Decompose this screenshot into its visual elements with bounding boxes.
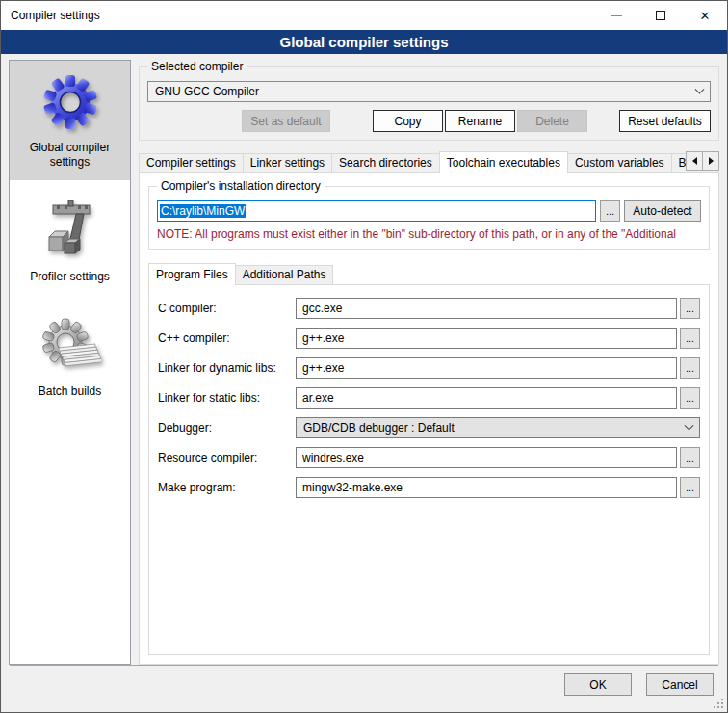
rename-button[interactable]: Rename: [445, 110, 515, 132]
field-row-debugger: Debugger: GDB/CDB debugger : Default: [158, 417, 700, 438]
selected-compiler-value: GNU GCC Compiler: [155, 85, 259, 98]
field-label: Debugger:: [158, 421, 296, 435]
installation-directory-browse-button[interactable]: ...: [600, 200, 620, 222]
triangle-left-icon: [692, 157, 697, 165]
close-icon: ✕: [700, 10, 711, 22]
sidebar-item-global-compiler-settings[interactable]: Global compiler settings: [10, 61, 130, 180]
sidebar-item-profiler-settings[interactable]: Profiler settings: [10, 190, 130, 295]
page-title: Global compiler settings: [1, 30, 727, 54]
installation-directory-row: C:\raylib\MinGW ... Auto-detect: [157, 200, 701, 222]
tab-compiler-settings[interactable]: Compiler settings: [139, 153, 244, 172]
field-label: Linker for dynamic libs:: [158, 361, 296, 375]
tab-program-files[interactable]: Program Files: [148, 263, 236, 285]
debugger-dropdown[interactable]: GDB/CDB debugger : Default: [296, 417, 700, 438]
field-row-dynamic-linker: Linker for dynamic libs: ...: [158, 357, 700, 379]
field-row-cpp-compiler: C++ compiler: ...: [158, 328, 700, 349]
tab-linker-settings[interactable]: Linker settings: [243, 153, 332, 172]
cancel-button[interactable]: Cancel: [646, 673, 714, 696]
field-row-resource-compiler: Resource compiler: ...: [158, 447, 700, 468]
settings-tab-strip: Compiler settings Linker settings Search…: [139, 150, 719, 172]
dynamic-linker-browse-button[interactable]: ...: [680, 357, 700, 379]
chevron-down-icon: [685, 420, 694, 430]
caliper-icon: [39, 200, 101, 262]
tab-search-directories[interactable]: Search directories: [331, 153, 440, 172]
maximize-icon: [656, 11, 665, 20]
selected-compiler-group: Selected compiler GNU GCC Compiler Set a…: [139, 66, 719, 141]
delete-button[interactable]: Delete: [517, 110, 587, 132]
cpp-compiler-browse-button[interactable]: ...: [680, 328, 700, 349]
minimize-button[interactable]: [594, 1, 638, 30]
make-program-input[interactable]: [296, 477, 677, 498]
compiler-settings-dialog: Compiler settings ✕ Global compiler sett…: [0, 0, 728, 713]
field-label: C compiler:: [158, 302, 296, 315]
gear-blue-icon: [39, 71, 101, 133]
tab-additional-paths[interactable]: Additional Paths: [235, 265, 334, 284]
toolchain-executables-page: Compiler's installation directory C:\ray…: [139, 172, 719, 665]
window-title: Compiler settings: [11, 9, 100, 22]
tab-scroll-buttons: [686, 151, 719, 171]
reset-defaults-button[interactable]: Reset defaults: [619, 110, 711, 132]
selected-compiler-group-label: Selected compiler: [147, 60, 247, 73]
field-row-make-program: Make program: ...: [158, 477, 700, 498]
installation-directory-value: C:\raylib\MinGW: [160, 204, 246, 218]
maximize-button[interactable]: [638, 1, 683, 30]
dialog-footer: OK Cancel: [1, 665, 727, 712]
cpp-compiler-input[interactable]: [296, 328, 677, 349]
sidebar-item-label: Global compiler settings: [13, 141, 127, 170]
debugger-value: GDB/CDB debugger : Default: [303, 421, 455, 435]
field-label: C++ compiler:: [158, 331, 296, 345]
close-button[interactable]: ✕: [683, 1, 727, 30]
sidebar-item-batch-builds[interactable]: Batch builds: [10, 304, 130, 409]
tab-scroll-right-button[interactable]: [702, 151, 719, 171]
sidebar-item-label: Batch builds: [39, 384, 101, 399]
resize-grip[interactable]: [714, 699, 724, 709]
auto-detect-button[interactable]: Auto-detect: [624, 200, 701, 222]
field-row-static-linker: Linker for static libs: ...: [158, 387, 700, 409]
titlebar: Compiler settings ✕: [1, 1, 727, 30]
programs-tab-strip: Program Files Additional Paths: [148, 262, 710, 284]
tab-build-options-clipped[interactable]: Builc: [671, 153, 686, 172]
settings-category-list: Global compiler settings: [9, 60, 131, 665]
installation-directory-group: Compiler's installation directory C:\ray…: [148, 186, 710, 250]
gear-stack-icon: [39, 315, 101, 377]
static-linker-input[interactable]: [296, 387, 677, 409]
c-compiler-input[interactable]: [296, 298, 677, 319]
field-row-c-compiler: C compiler: ...: [158, 298, 700, 319]
installation-directory-input[interactable]: C:\raylib\MinGW: [157, 200, 596, 222]
c-compiler-browse-button[interactable]: ...: [680, 298, 700, 319]
settings-tab-control: Compiler settings Linker settings Search…: [139, 150, 719, 665]
programs-tab-control: Program Files Additional Paths C compile…: [148, 262, 710, 655]
installation-directory-group-label: Compiler's installation directory: [157, 179, 325, 193]
dynamic-linker-input[interactable]: [296, 357, 677, 379]
static-linker-browse-button[interactable]: ...: [680, 387, 700, 409]
dialog-body: Global compiler settings: [1, 54, 727, 665]
resource-compiler-browse-button[interactable]: ...: [680, 447, 700, 468]
tab-custom-variables[interactable]: Custom variables: [567, 153, 672, 172]
ok-button[interactable]: OK: [564, 673, 632, 696]
window-controls: ✕: [594, 1, 727, 30]
make-program-browse-button[interactable]: ...: [680, 477, 700, 498]
field-label: Make program:: [158, 481, 296, 494]
triangle-right-icon: [709, 157, 714, 165]
resource-compiler-input[interactable]: [296, 447, 677, 468]
set-as-default-button[interactable]: Set as default: [242, 110, 330, 132]
copy-button[interactable]: Copy: [373, 110, 443, 132]
tab-toolchain-executables[interactable]: Toolchain executables: [439, 151, 568, 173]
chevron-down-icon: [695, 84, 705, 93]
footer-buttons: OK Cancel: [10, 666, 718, 696]
compiler-buttons-row: Set as default Copy Rename Delete Reset …: [147, 110, 711, 132]
tab-scroll-left-button[interactable]: [686, 151, 703, 171]
sidebar-item-label: Profiler settings: [30, 270, 110, 284]
selected-compiler-dropdown[interactable]: GNU GCC Compiler: [147, 81, 711, 102]
main-content: Selected compiler GNU GCC Compiler Set a…: [139, 60, 719, 665]
minimize-icon: [611, 15, 622, 16]
field-label: Resource compiler:: [158, 451, 296, 464]
program-files-page: C compiler: ... C++ compiler: ... Linker: [148, 284, 710, 655]
installation-directory-note: NOTE: All programs must exist either in …: [157, 227, 701, 241]
field-label: Linker for static libs:: [158, 391, 296, 405]
